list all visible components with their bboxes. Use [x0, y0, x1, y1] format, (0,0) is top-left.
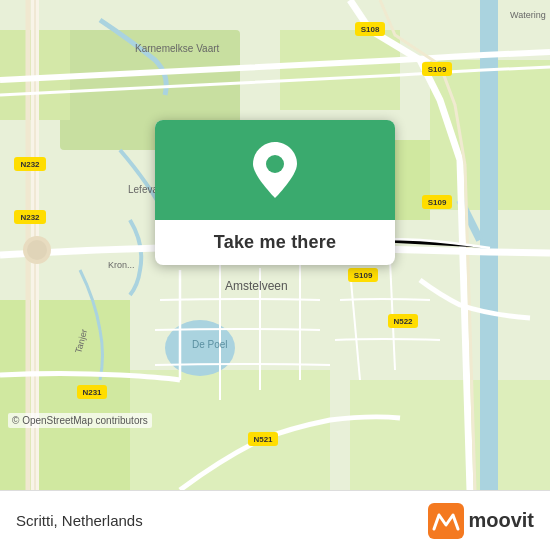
map-copyright: © OpenStreetMap contributors [8, 413, 152, 428]
map-pin-icon [253, 142, 297, 198]
svg-rect-5 [130, 370, 330, 490]
svg-text:S109: S109 [428, 65, 447, 74]
svg-text:Amstelveen: Amstelveen [225, 279, 288, 293]
svg-rect-39 [428, 503, 464, 539]
svg-rect-4 [0, 300, 130, 490]
moovit-icon [428, 503, 464, 539]
svg-text:S109: S109 [428, 198, 447, 207]
svg-text:S108: S108 [361, 25, 380, 34]
svg-text:Watering: Watering [510, 10, 546, 20]
popup-button-section[interactable]: Take me there [155, 220, 395, 265]
svg-point-12 [27, 240, 47, 260]
svg-rect-6 [350, 380, 550, 490]
svg-text:S109: S109 [354, 271, 373, 280]
moovit-text: moovit [468, 509, 534, 532]
svg-point-38 [266, 155, 284, 173]
svg-text:N522: N522 [393, 317, 413, 326]
svg-text:Karnemelkse Vaart: Karnemelkse Vaart [135, 43, 220, 54]
bottom-bar: Scritti, Netherlands moovit [0, 490, 550, 550]
svg-text:De Poel: De Poel [192, 339, 228, 350]
take-me-there-button[interactable]: Take me there [214, 232, 336, 253]
svg-text:N232: N232 [20, 213, 40, 222]
svg-rect-10 [480, 0, 498, 490]
popup-green-section [155, 120, 395, 220]
moovit-logo: moovit [428, 503, 534, 539]
svg-text:N232: N232 [20, 160, 40, 169]
location-label: Scritti, Netherlands [16, 512, 143, 529]
svg-text:N521: N521 [253, 435, 273, 444]
map-container: N232 N232 S108 S109 S109 S109 N231 N521 … [0, 0, 550, 490]
svg-text:Kron...: Kron... [108, 260, 135, 270]
svg-rect-3 [280, 30, 400, 110]
svg-text:N231: N231 [82, 388, 102, 397]
popup-card: Take me there [155, 120, 395, 265]
